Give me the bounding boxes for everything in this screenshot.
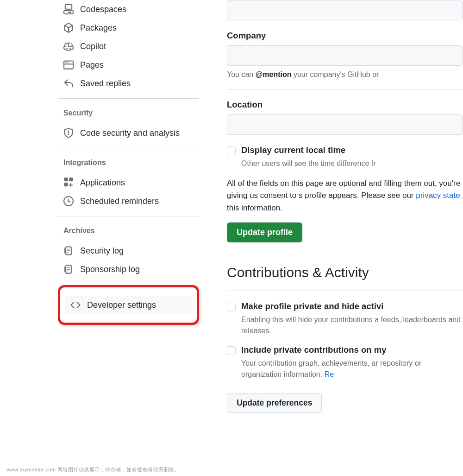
include-private-desc: Your contribution graph, achievements, a…	[241, 358, 463, 380]
disclosure-text: All of the fields on this page are optio…	[227, 178, 463, 214]
include-private-label: Include private contributions on my	[241, 345, 387, 355]
copilot-icon	[63, 41, 74, 51]
browser-icon	[63, 60, 74, 70]
private-profile-label: Make profile private and hide activi	[241, 301, 383, 311]
highlight-annotation: Developer settings	[58, 285, 199, 325]
sidebar-item-scheduled-reminders[interactable]: Scheduled reminders	[58, 192, 199, 210]
sidebar-item-pages[interactable]: Pages	[58, 56, 199, 74]
private-profile-desc: Enabling this will hide your contributio…	[241, 314, 463, 336]
nav-label: Scheduled reminders	[80, 197, 159, 206]
log-icon	[63, 264, 74, 274]
log-icon	[63, 246, 74, 256]
sidebar-item-copilot[interactable]: Copilot	[58, 37, 199, 56]
clock-icon	[63, 196, 74, 206]
nav-label: Developer settings	[87, 300, 156, 310]
local-time-checkbox[interactable]	[227, 146, 236, 155]
section-header-archives: Archives	[58, 224, 199, 241]
section-header-integrations: Integrations	[58, 156, 199, 173]
sidebar-item-applications[interactable]: Applications	[58, 173, 199, 192]
code-icon	[70, 300, 81, 310]
divider	[58, 98, 199, 99]
contributions-heading: Contributions & Activity	[227, 265, 463, 280]
nav-label: Codespaces	[80, 5, 126, 14]
section-header-security: Security	[58, 106, 199, 124]
location-label: Location	[227, 100, 463, 110]
privacy-link[interactable]: privacy state	[416, 191, 460, 200]
nav-label: Pages	[80, 60, 104, 70]
nav-label: Packages	[80, 23, 117, 33]
local-time-desc: Other users will see the time difference…	[241, 158, 463, 169]
sidebar-item-packages[interactable]: Packages	[58, 19, 199, 37]
codespaces-icon	[63, 4, 74, 14]
local-time-label: Display current local time	[241, 145, 345, 155]
update-preferences-button[interactable]: Update preferences	[227, 393, 322, 413]
reply-icon	[63, 78, 74, 89]
divider	[58, 216, 199, 216]
sidebar-top-list: Codespaces Packages Copilot Pages Saved …	[58, 0, 199, 93]
read-more-link[interactable]: Re	[325, 370, 334, 378]
sidebar-item-developer-settings[interactable]: Developer settings	[65, 296, 192, 314]
nav-label: Copilot	[80, 42, 106, 51]
company-label: Company	[227, 31, 463, 41]
apps-icon	[63, 178, 74, 188]
nav-label: Saved replies	[80, 79, 131, 89]
sidebar-item-sponsorship-log[interactable]: Sponsorship log	[58, 260, 199, 279]
location-input[interactable]	[227, 114, 463, 135]
footer-watermark: www.toymoban.com 网络图片仅供展示，非存储，如有侵权请联系删除。	[6, 466, 180, 473]
update-profile-button[interactable]: Update profile	[227, 222, 302, 242]
package-icon	[63, 23, 74, 33]
nav-label: Sponsorship log	[80, 265, 140, 274]
name-input[interactable]	[227, 0, 463, 20]
divider	[58, 148, 199, 148]
company-hint: You can @mention your company's GitHub o…	[227, 70, 463, 79]
nav-label: Security log	[80, 246, 124, 256]
company-input[interactable]	[227, 45, 463, 66]
private-profile-checkbox[interactable]	[227, 303, 236, 311]
nav-label: Code security and analysis	[80, 128, 180, 138]
sidebar-item-code-security[interactable]: Code security and analysis	[58, 124, 199, 142]
include-private-checkbox[interactable]	[227, 346, 236, 355]
sidebar-item-security-log[interactable]: Security log	[58, 241, 199, 260]
shield-icon	[63, 128, 74, 138]
sidebar-item-saved-replies[interactable]: Saved replies	[58, 74, 199, 93]
divider	[227, 291, 463, 291]
sidebar-item-codespaces[interactable]: Codespaces	[58, 0, 199, 19]
divider	[227, 89, 463, 89]
nav-label: Applications	[80, 178, 125, 188]
